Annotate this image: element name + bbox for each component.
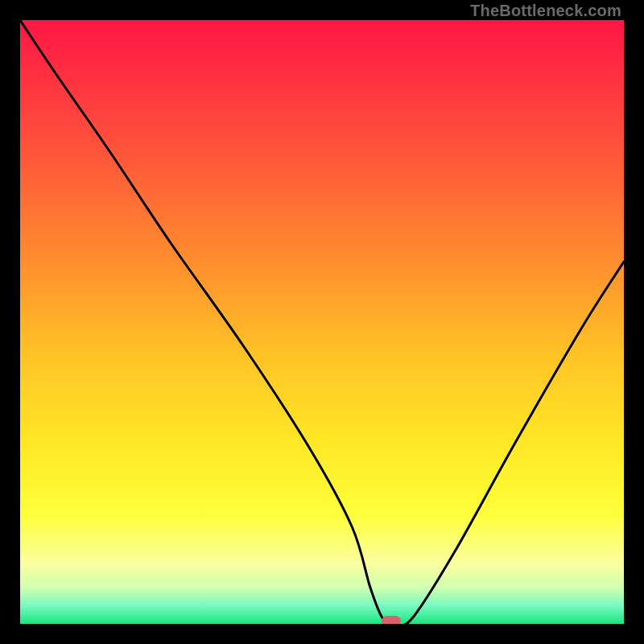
chart-frame: TheBottleneck.com <box>0 0 644 644</box>
watermark-text: TheBottleneck.com <box>470 2 621 20</box>
plot-area <box>20 20 624 624</box>
optimum-marker <box>382 616 401 624</box>
bottleneck-curve <box>20 20 624 624</box>
